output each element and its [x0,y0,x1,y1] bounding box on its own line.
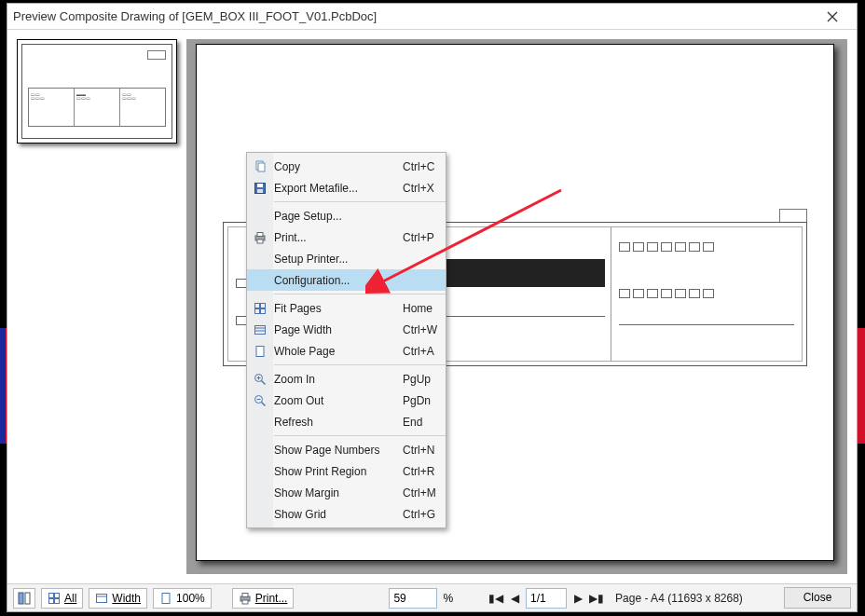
svg-line-21 [262,402,266,405]
menu-item-setup-printer[interactable]: Setup Printer... [247,248,446,269]
print-icon [239,592,252,605]
svg-rect-10 [255,308,260,313]
menu-item-copy[interactable]: Copy Ctrl+C [247,156,446,177]
footer-toolbar: All Width 100% Print... % ▮◀ ◀ ▶ ▶▮ Page… [7,583,857,611]
hundred-button-label: 100% [176,592,205,605]
zoom-in-icon [252,372,268,387]
svg-rect-7 [257,240,263,243]
window-close-button[interactable] [814,7,851,27]
page-icon [252,344,268,359]
svg-rect-35 [242,600,248,604]
svg-rect-9 [261,303,266,308]
zoom-out-icon [252,393,268,408]
page-info-label: Page - A4 (11693 x 8268) [615,592,778,605]
zoom-input[interactable] [389,588,437,609]
menu-item-export-metafile[interactable]: Export Metafile... Ctrl+X [247,177,446,198]
width-button-label: Width [112,592,141,605]
page-thumbnail[interactable]: ▭▭▭▭▭ ▬▬▭▭▭ ▭▭▭▭▭ [17,39,177,144]
svg-rect-29 [55,598,60,603]
menu-item-refresh[interactable]: Refresh End [247,411,446,432]
svg-rect-30 [97,594,107,602]
svg-rect-8 [255,303,260,308]
all-button-label: All [64,592,76,605]
menu-item-whole-page[interactable]: Whole Page Ctrl+A [247,340,446,362]
context-menu: Copy Ctrl+C Export Metafile... Ctrl+X Pa… [246,152,446,528]
close-icon [827,11,838,22]
svg-rect-26 [49,593,54,597]
svg-rect-15 [256,346,264,356]
prev-page-button[interactable]: ◀ [507,588,522,609]
svg-rect-27 [55,593,60,597]
svg-rect-25 [25,593,30,604]
window-title: Preview Composite Drawing of [GEM_BOX II… [13,9,814,23]
menu-item-show-margin[interactable]: Show Margin Ctrl+M [247,482,446,503]
width-icon [252,322,268,337]
svg-rect-32 [162,593,170,603]
svg-line-17 [262,380,266,384]
menu-item-fit-pages[interactable]: Fit Pages Home [247,297,446,319]
zoom-pct-label: % [443,592,453,605]
menu-item-zoom-in[interactable]: Zoom In PgUp [247,368,446,390]
next-page-button[interactable]: ▶ [570,588,585,609]
svg-rect-3 [257,184,263,187]
tile-icon [18,592,31,605]
hundred-button[interactable]: 100% [153,588,212,609]
body: ▭▭▭▭▭ ▬▬▭▭▭ ▭▭▭▭▭ [7,30,857,583]
svg-rect-28 [49,598,54,603]
last-page-button[interactable]: ▶▮ [589,588,604,609]
svg-rect-4 [257,189,263,193]
menu-item-print[interactable]: Print... Ctrl+P [247,226,446,248]
first-page-button[interactable]: ▮◀ [488,588,503,609]
fit-icon [252,301,268,316]
menu-item-configuration[interactable]: Configuration... [247,269,446,291]
pager: ▮◀ ◀ ▶ ▶▮ [488,588,604,609]
svg-rect-11 [261,308,266,313]
menu-item-page-width[interactable]: Page Width Ctrl+W [247,319,446,340]
page-icon [159,592,172,605]
svg-rect-24 [19,593,23,604]
titlebar: Preview Composite Drawing of [GEM_BOX II… [7,4,857,30]
menu-item-show-page-numbers[interactable]: Show Page Numbers Ctrl+N [247,439,446,460]
all-button[interactable]: All [41,588,83,609]
menu-item-show-print-region[interactable]: Show Print Region Ctrl+R [247,460,446,482]
svg-rect-6 [257,232,263,236]
menu-item-page-setup[interactable]: Page Setup... [247,205,446,226]
width-button[interactable]: Width [89,588,147,609]
print-button[interactable]: Print... [232,588,295,609]
menu-item-show-grid[interactable]: Show Grid Ctrl+G [247,503,446,525]
print-button-label: Print... [255,592,288,605]
svg-rect-34 [242,593,248,596]
copy-icon [252,159,268,174]
svg-rect-12 [255,325,266,334]
thumbnail-panel: ▭▭▭▭▭ ▬▬▭▭▭ ▭▭▭▭▭ [7,30,186,583]
tile-button[interactable] [13,588,35,609]
svg-rect-1 [258,163,265,171]
close-button[interactable]: Close [784,587,851,609]
save-icon [252,181,268,196]
menu-item-zoom-out[interactable]: Zoom Out PgDn [247,390,446,411]
preview-window: Preview Composite Drawing of [GEM_BOX II… [7,3,858,612]
width-icon [95,592,108,605]
print-icon [252,230,268,245]
fit-icon [48,592,61,605]
page-input[interactable] [526,588,567,609]
